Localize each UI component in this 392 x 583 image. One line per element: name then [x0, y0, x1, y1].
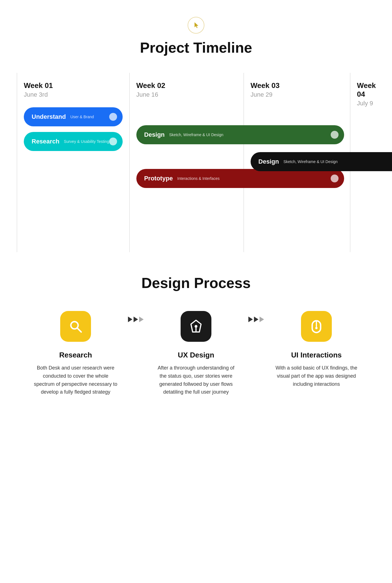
ui-step-desc: With a solid basic of UX findings, the v…	[274, 364, 358, 388]
arrow-triangle-1c	[139, 317, 144, 322]
page-title: Project Timeline	[0, 39, 392, 56]
svg-point-7	[315, 327, 318, 329]
arrow-triangle-2c	[260, 317, 264, 322]
arrow-triangle-2a	[248, 317, 253, 322]
research-toggle	[109, 138, 117, 145]
arrow-triangle-1b	[134, 317, 138, 322]
week-4-label: Week 04	[357, 81, 376, 99]
understand-toggle	[109, 113, 117, 121]
ui-step-title: UI Interactions	[291, 351, 342, 359]
ux-step-desc: After a throrough understanding of the s…	[154, 364, 238, 396]
week-1-date: June 3rd	[24, 91, 123, 98]
week-3-date: June 29	[251, 91, 343, 98]
week-2-date: June 16	[136, 91, 237, 98]
cursor-icon	[188, 17, 204, 34]
process-step-ui: UI Interactions With a solid basic of UX…	[274, 311, 358, 388]
process-step-ux: UX Design After a throrough understandin…	[154, 311, 238, 396]
arrow-triangle-1a	[128, 317, 132, 322]
week-3-label: Week 03	[251, 81, 343, 90]
arrow-triangle-2b	[254, 317, 258, 322]
process-step-research: Research Both Desk and user research wer…	[34, 311, 118, 396]
timeline-section: Week 01 June 3rd Understand User & Brand…	[0, 73, 392, 252]
week-2-label: Week 02	[136, 81, 237, 90]
design-process-section: Design Process Research Both Desk and us…	[0, 275, 392, 396]
svg-point-3	[195, 325, 197, 328]
week-col-1: Week 01 June 3rd Understand User & Brand…	[17, 73, 130, 252]
arrow-2	[238, 311, 274, 344]
research-step-desc: Both Desk and user research were conduct…	[34, 364, 118, 396]
research-icon-wrapper	[60, 311, 91, 342]
ui-icon-wrapper	[301, 311, 332, 342]
timeline-grid: Week 01 June 3rd Understand User & Brand…	[17, 73, 375, 252]
week-4-date: July 9	[357, 100, 376, 107]
week-col-2: Week 02 June 16 Design Sketch, Wireframe…	[130, 73, 244, 252]
ux-icon-wrapper	[181, 311, 211, 342]
research-step-title: Research	[59, 351, 92, 359]
design-process-title: Design Process	[17, 275, 375, 291]
understand-bar: Understand User & Brand	[24, 107, 123, 126]
arrow-1	[118, 311, 154, 344]
svg-line-1	[77, 328, 81, 332]
ux-step-title: UX Design	[178, 351, 214, 359]
research-bar: Research Survey & Usability Testing	[24, 132, 123, 151]
process-steps: Research Both Desk and user research wer…	[17, 311, 375, 396]
week-col-4: Week 04 July 9	[350, 73, 382, 252]
week-col-3: Week 03 June 29 Design Sketch, Wireframe…	[244, 73, 350, 252]
week-1-label: Week 01	[24, 81, 123, 90]
